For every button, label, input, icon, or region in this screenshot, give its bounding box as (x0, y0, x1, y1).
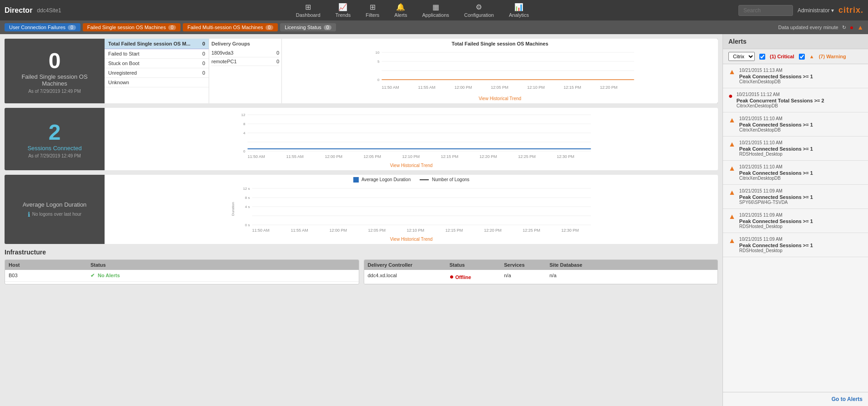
nav-right: Administrator ▾ citrix. (738, 5, 863, 16)
nav-analytics[interactable]: 📊 Analytics (502, 1, 535, 20)
critical-count: (1) Critical (770, 54, 794, 59)
fss-count: 0 (168, 25, 176, 30)
refresh-icon[interactable]: ↻ (842, 25, 846, 30)
host-row-0: B03 ✔ No Alerts (5, 270, 359, 282)
ucf-count: 0 (68, 25, 76, 30)
nav-dashboard[interactable]: ⊞ Dashboard (290, 1, 327, 20)
sessions-chart-svg: 12 8 4 0 11:50 AM 11:55 AM 12:00 PM 12:0… (107, 110, 716, 160)
alert-item-0[interactable]: ▲ 10/21/2015 11:13 AM Peak Connected Ses… (723, 64, 868, 88)
nav-trends-label: Trends (336, 12, 351, 18)
alert-item-4[interactable]: ▲ 10/21/2015 11:10 AM Peak Connected Ses… (723, 161, 868, 185)
failed-table-header: Total Failed Single session OS M... 0 (105, 39, 209, 49)
failed-row-0-count: 0 (202, 51, 205, 56)
status-col-header: Status (90, 262, 355, 268)
svg-text:11:50 AM: 11:50 AM (252, 228, 270, 233)
dc-0-services: n/a (504, 273, 550, 281)
alert-item-2[interactable]: ▲ 10/21/2015 11:10 AM Peak Connected Ses… (723, 112, 868, 137)
alert-5-time: 10/21/2015 11:09 AM (739, 188, 863, 193)
nav-alerts[interactable]: 🔔 Alerts (388, 1, 413, 20)
svg-text:Duration: Duration (231, 202, 235, 216)
legend-num-logons: Number of Logons (420, 177, 469, 183)
logon-view-trend-link[interactable]: View Historical Trend (107, 237, 716, 242)
nav-items: ⊞ Dashboard 📈 Trends ⊞ Filters 🔔 Alerts … (86, 1, 738, 20)
failed-row-3[interactable]: Unknown (105, 78, 209, 87)
dc-table-header: Delivery Controller Status Services Site… (364, 260, 718, 270)
failed-row-1-label: Stuck on Boot (108, 61, 140, 66)
alert-item-3[interactable]: ▲ 10/21/2015 11:10 AM Peak Connected Ses… (723, 137, 868, 161)
alert-3-time: 10/21/2015 11:10 AM (739, 140, 863, 145)
svg-text:12:05 PM: 12:05 PM (491, 85, 509, 90)
failed-single-session-badge[interactable]: Failed Single session OS Machines 0 (83, 23, 181, 31)
logon-legend: Average Logon Duration Number of Logons (107, 177, 716, 183)
failed-table-area: Total Failed Single session OS M... 0 Fa… (105, 39, 209, 103)
failed-chart-area: Total Failed Single session OS Machines … (282, 39, 718, 103)
nav-filters[interactable]: ⊞ Filters (359, 1, 386, 20)
alert-item-1[interactable]: ● 10/21/2015 11:12 AM Peak Concurrent To… (723, 88, 868, 112)
svg-text:12:30 PM: 12:30 PM (557, 154, 575, 159)
svg-text:12:15 PM: 12:15 PM (441, 154, 459, 159)
alert-1-time: 10/21/2015 11:12 AM (737, 92, 863, 97)
failed-row-1[interactable]: Stuck on Boot 0 (105, 59, 209, 68)
failed-row-0[interactable]: Failed to Start 0 (105, 49, 209, 59)
failed-chart-title: Total Failed Single session OS Machines (284, 41, 716, 46)
svg-text:12:10 PM: 12:10 PM (527, 85, 545, 90)
svg-text:11:55 AM: 11:55 AM (286, 154, 304, 159)
alert-7-source: RDSHosted_Desktop (739, 248, 863, 253)
alert-1-message: Peak Concurrent Total Sessions >= 2 (737, 98, 863, 103)
nav-applications[interactable]: ▦ Applications (416, 1, 455, 20)
alert-item-5[interactable]: ▲ 10/21/2015 11:09 AM Peak Connected Ses… (723, 185, 868, 209)
failed-row-2-label: Unregistered (108, 70, 137, 76)
sessions-section: 2 Sessions Connected As of 7/29/2019 12:… (5, 108, 718, 170)
alerts-header: Alerts (723, 34, 868, 49)
warning-checkbox[interactable] (799, 54, 805, 60)
host-0-name: B03 (9, 273, 90, 279)
delivery-groups-title: Delivery Groups (211, 41, 279, 46)
logon-section: Average Logon Duration ℹ No logons over … (5, 175, 718, 244)
dg-row-0[interactable]: 1809vda3 0 (211, 49, 279, 57)
sessions-time: As of 7/29/2019 12:49 PM (28, 153, 81, 158)
nav-trends[interactable]: 📈 Trends (329, 1, 357, 20)
dg-0-count: 0 (276, 50, 279, 56)
failed-view-trend-link[interactable]: View Historical Trend (284, 96, 716, 101)
svg-text:11:50 AM: 11:50 AM (248, 154, 265, 159)
alert-5-icon: ▲ (728, 188, 736, 197)
fss-label: Failed Single session OS Machines (87, 25, 166, 30)
failed-row-2[interactable]: Unregistered 0 (105, 68, 209, 78)
dc-0-name: ddc4.xd.local (368, 273, 450, 281)
failed-row-3-label: Unknown (108, 80, 129, 85)
dc-row-0: ddc4.xd.local ● Offline n/a n/a (364, 270, 718, 284)
main-layout: 0 Failed Single session OS Machines As o… (0, 34, 868, 406)
host-0-status: ✔ No Alerts (90, 273, 355, 279)
nav-configuration[interactable]: ⚙ Configuration (458, 1, 500, 20)
alert-item-7[interactable]: ▲ 10/21/2015 11:09 AM Peak Connected Ses… (723, 233, 868, 257)
search-input[interactable] (738, 5, 793, 16)
svg-text:11:50 AM: 11:50 AM (382, 85, 399, 90)
infra-tables: Host Status B03 ✔ No Alerts Delivery Co (5, 259, 718, 284)
alert-4-icon: ▲ (728, 164, 736, 173)
svg-text:12 s: 12 s (243, 187, 250, 191)
licensing-status-badge[interactable]: Licensing Status 0 (280, 23, 336, 31)
failed-multi-session-badge[interactable]: Failed Multi-session OS Machines 0 (183, 23, 278, 31)
host-table-header: Host Status (5, 260, 359, 270)
go-to-alerts-link[interactable]: Go to Alerts (832, 396, 863, 402)
critical-checkbox[interactable] (759, 54, 765, 60)
alert-5-source: SPY66\SPW4G-TSVDA (739, 200, 863, 205)
dg-row-1[interactable]: remotePC1 0 (211, 57, 279, 66)
svg-text:11:55 AM: 11:55 AM (291, 228, 308, 233)
alert-item-6[interactable]: ▲ 10/21/2015 11:09 AM Peak Connected Ses… (723, 209, 868, 233)
svg-text:0: 0 (377, 78, 380, 82)
nav-configuration-label: Configuration (464, 12, 494, 18)
alert-6-icon: ▲ (728, 213, 736, 221)
warning-count: (7) Warning (819, 54, 846, 59)
alerts-filter-select[interactable]: Citrix (728, 52, 755, 61)
alert-3-message: Peak Connected Sessions >= 1 (739, 146, 863, 152)
alert-7-time: 10/21/2015 11:09 AM (739, 237, 863, 242)
svg-text:12:25 PM: 12:25 PM (518, 154, 536, 159)
user-connection-failures-badge[interactable]: User Connection Failures 0 (5, 23, 80, 31)
alert-4-content: 10/21/2015 11:10 AM Peak Connected Sessi… (739, 164, 863, 181)
alert-7-content: 10/21/2015 11:09 AM Peak Connected Sessi… (739, 237, 863, 253)
admin-label[interactable]: Administrator ▾ (798, 7, 834, 14)
sessions-view-trend-link[interactable]: View Historical Trend (107, 163, 716, 168)
svg-text:12:25 PM: 12:25 PM (523, 228, 541, 233)
svg-text:12:10 PM: 12:10 PM (402, 154, 420, 159)
